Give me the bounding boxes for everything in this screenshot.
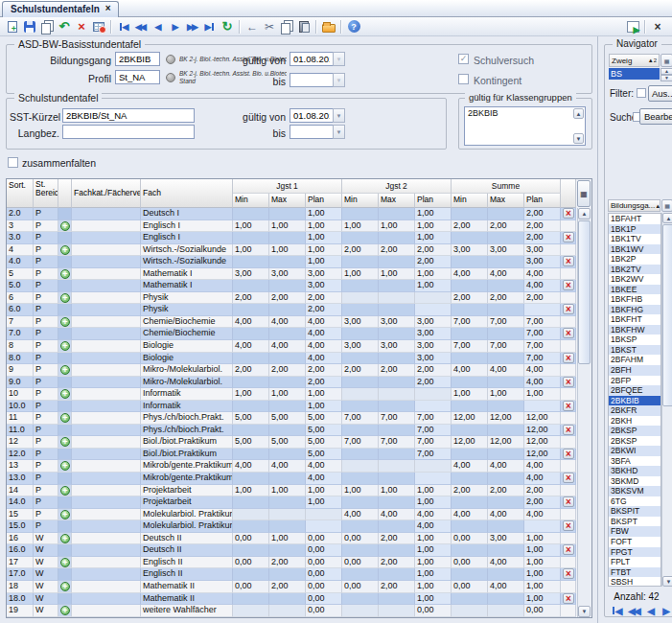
cell-value[interactable] [488, 520, 524, 533]
new-record-button[interactable]: + [4, 18, 21, 35]
cell-value[interactable] [233, 425, 269, 437]
cell-value[interactable]: 4,00 [488, 509, 524, 521]
bildungsgang-item[interactable]: 2BKWI [609, 446, 660, 456]
cell-fachkat[interactable] [72, 436, 141, 449]
add-row-icon[interactable]: + [60, 437, 70, 447]
cell-actions[interactable] [561, 436, 576, 449]
cell-fach[interactable]: Physik [141, 304, 233, 316]
cell-value[interactable] [233, 449, 269, 461]
cell-value[interactable] [452, 256, 488, 268]
sst-bis-input[interactable] [290, 125, 334, 139]
cell-value[interactable] [488, 208, 524, 220]
table-edit-button[interactable] [90, 18, 107, 35]
cell-fachkat[interactable] [72, 557, 141, 569]
cell-value[interactable]: 1,00 [524, 568, 561, 581]
cell-value[interactable]: 4,00 [452, 509, 488, 521]
table-row[interactable]: 14P+Projektarbeit1,001,001,001,001,001,0… [7, 485, 576, 497]
scroll-down-button[interactable]: ▼ [578, 606, 591, 617]
bildungsgang-item[interactable]: 1BKST [609, 345, 660, 356]
cell-value[interactable]: 0,00 [306, 605, 342, 617]
cell-sort[interactable]: 15.0 [7, 520, 34, 533]
cell-icon[interactable]: + [58, 557, 72, 569]
cell-value[interactable]: 7,00 [342, 436, 379, 449]
cell-value[interactable] [342, 353, 379, 365]
cell-value[interactable]: 7,00 [524, 353, 561, 365]
cell-fachkat[interactable] [72, 244, 141, 257]
cell-value[interactable]: 2,00 [524, 496, 561, 509]
cell-value[interactable]: 4,00 [524, 509, 561, 521]
fast-back-button[interactable]: ◀◀ [132, 18, 150, 35]
cell-value[interactable]: 2,00 [452, 292, 488, 305]
copy-button[interactable] [278, 18, 295, 35]
cell-fach[interactable]: Chemie/Biochemie [141, 316, 233, 329]
table-row[interactable]: 17.0WEnglisch II0,001,001,00× [7, 568, 576, 581]
cell-st-bereich[interactable]: W [34, 544, 58, 557]
cell-value[interactable] [452, 208, 488, 220]
cell-value[interactable] [415, 473, 452, 485]
sst-gueltig-von-input[interactable] [290, 108, 334, 123]
cell-fachkat[interactable] [72, 208, 141, 220]
column-header-fachkat[interactable]: Fachkat./Fächerverb. [72, 179, 141, 208]
cell-sort[interactable]: 15 [7, 509, 34, 521]
cell-fach[interactable]: Deutsch II [141, 544, 233, 557]
cell-actions[interactable] [561, 557, 576, 569]
delete-row-button[interactable]: × [563, 377, 574, 387]
cell-value[interactable]: 3,00 [488, 533, 524, 545]
nav-next-button[interactable]: ▶ [659, 604, 672, 617]
cell-value[interactable] [488, 304, 524, 316]
cell-value[interactable] [269, 473, 306, 485]
cell-value[interactable]: 3,00 [342, 316, 379, 329]
table-row[interactable]: 3P+Englisch I1,001,001,001,001,001,002,0… [7, 220, 576, 233]
arrow-up-icon[interactable]: ▲ [660, 68, 672, 75]
cell-sort[interactable]: 11 [7, 412, 34, 425]
cell-value[interactable]: 4,00 [233, 316, 269, 329]
cell-value[interactable] [452, 280, 488, 292]
cell-value[interactable]: 2,00 [415, 364, 452, 377]
cell-value[interactable] [342, 388, 379, 401]
bildungsgang-item[interactable]: 1BK1WV [609, 244, 660, 255]
table-row[interactable]: 6P+Physik2,002,002,002,002,002,00 [7, 292, 576, 305]
cell-fachkat[interactable] [72, 593, 141, 606]
previous-record-button[interactable]: ◀ [150, 18, 167, 35]
cell-fachkat[interactable] [72, 388, 141, 401]
cell-value[interactable] [379, 353, 415, 365]
cell-st-bereich[interactable]: P [34, 353, 58, 365]
cell-value[interactable] [342, 401, 379, 413]
cell-value[interactable] [269, 568, 306, 581]
bildungsgang-column-header[interactable]: Bildungsga... ▲2 [608, 199, 660, 212]
cell-icon[interactable]: + [58, 364, 72, 377]
cell-value[interactable]: 2,00 [415, 244, 452, 257]
cell-sort[interactable]: 18.0 [7, 593, 34, 606]
cell-value[interactable]: 3,00 [524, 256, 561, 268]
cell-value[interactable] [269, 208, 306, 220]
cell-value[interactable] [342, 328, 379, 340]
cell-value[interactable] [452, 473, 488, 485]
cell-fachkat[interactable] [72, 328, 141, 340]
cell-sort[interactable]: 17 [7, 557, 34, 569]
cell-value[interactable]: 4,00 [269, 460, 306, 473]
cell-value[interactable]: 1,00 [524, 533, 561, 545]
cell-st-bereich[interactable]: P [34, 316, 58, 329]
cell-value[interactable] [452, 401, 488, 413]
cell-value[interactable]: 1,00 [488, 388, 524, 401]
bildungsgang-settings-button[interactable]: ▦ [661, 199, 672, 212]
cell-value[interactable] [488, 544, 524, 557]
cell-actions[interactable]: × [561, 593, 576, 606]
column-header-max[interactable]: Max [269, 194, 306, 208]
delete-row-button[interactable]: × [563, 401, 574, 411]
cell-value[interactable]: 4,00 [524, 377, 561, 389]
cell-st-bereich[interactable]: W [34, 605, 58, 617]
add-row-icon[interactable]: + [60, 389, 70, 399]
cell-fach[interactable]: Deutsch II [141, 533, 233, 545]
cell-value[interactable]: 0,00 [452, 557, 488, 569]
cell-st-bereich[interactable]: P [34, 280, 58, 292]
cell-value[interactable] [452, 496, 488, 509]
cell-value[interactable]: 1,00 [306, 256, 342, 268]
cell-fach[interactable]: Physik [141, 292, 233, 305]
cell-icon[interactable] [58, 256, 72, 268]
add-row-icon[interactable]: + [60, 413, 70, 423]
next-record-button[interactable]: ▶ [167, 18, 184, 35]
bildungsgang-item[interactable]: 1BKFHT [609, 314, 660, 325]
cell-value[interactable] [233, 473, 269, 485]
cell-value[interactable] [452, 449, 488, 461]
